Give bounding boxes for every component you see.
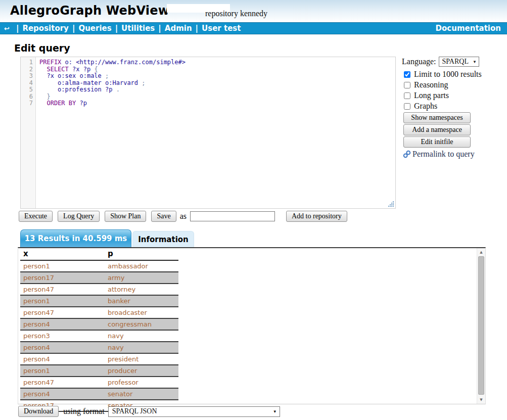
cell-x[interactable]: person47 [20, 377, 105, 388]
table-row: person1banker [20, 295, 178, 307]
cell-x[interactable]: person47 [20, 307, 105, 318]
cell-x[interactable]: person4 [20, 342, 105, 353]
format-select[interactable]: SPARQL JSON ▼ [108, 406, 280, 417]
link-chain-icon [403, 150, 411, 158]
cell-x[interactable]: person1 [20, 365, 105, 377]
results-table: x p person1ambassadorperson17armyperson4… [20, 248, 178, 412]
add-namespace-button[interactable]: Add a namespace [403, 124, 471, 135]
long-parts-label: Long parts [414, 91, 449, 100]
main-navbar: ↩ |Repository|Queries|Utilities|Admin|Us… [0, 22, 507, 34]
results-panel: x p person1ambassadorperson17armyperson4… [18, 247, 486, 404]
chevron-down-icon: ▼ [273, 409, 277, 414]
code-line: SELECT ?x ?p { [39, 66, 186, 73]
graphs-checkbox[interactable] [404, 103, 410, 110]
table-row: person47attorney [20, 284, 178, 295]
cell-p: senator [105, 388, 178, 400]
as-label: as [180, 212, 187, 221]
column-header-x: x [20, 248, 105, 260]
nav-item-repository[interactable]: Repository [22, 24, 69, 33]
query-actions-row: Execute Log Query Show Plan Save as Add … [19, 211, 347, 222]
table-row: person1producer [20, 365, 178, 377]
table-row: person17army [20, 272, 178, 284]
language-label: Language: [402, 57, 436, 66]
table-row: person4president [20, 353, 178, 365]
cell-x[interactable]: person47 [20, 284, 105, 295]
language-select-value: SPARQL [442, 58, 469, 66]
save-button[interactable]: Save [151, 211, 176, 222]
tab-results[interactable]: 13 Results in 40.599 ms [20, 229, 131, 247]
graphs-option: Graphs [404, 102, 503, 111]
add-to-repository-button[interactable]: Add to repository [286, 211, 347, 222]
long-parts-option: Long parts [404, 91, 503, 100]
cell-x[interactable]: person4 [20, 388, 105, 400]
cell-p: banker [105, 295, 178, 307]
nav-items: |Repository|Queries|Utilities|Admin|User… [13, 24, 241, 33]
nav-item-utilities[interactable]: Utilities [121, 24, 155, 33]
cell-x[interactable]: person17 [20, 272, 105, 284]
line-number-gutter: 1234567 [21, 57, 36, 208]
documentation-link[interactable]: Documentation [436, 24, 501, 33]
table-row: person4navy [20, 342, 178, 353]
limit-results-option: Limit to 1000 results [404, 70, 503, 79]
download-button[interactable]: Download [18, 406, 59, 417]
reasoning-checkbox[interactable] [404, 82, 410, 88]
limit-results-label: Limit to 1000 results [414, 70, 482, 79]
format-select-value: SPARQL JSON [112, 407, 157, 415]
show-plan-button[interactable]: Show Plan [105, 211, 146, 222]
allegrograph-webview-page: AllegroGraph WebView repository kennedy … [0, 0, 507, 420]
edit-initfile-button[interactable]: Edit initfile [403, 136, 471, 148]
table-row: person4congressman [20, 318, 178, 330]
cell-x[interactable]: person1 [20, 295, 105, 307]
nav-item-queries[interactable]: Queries [78, 24, 111, 33]
query-editor[interactable]: 1234567 PREFIX o: <http://www.franz.com/… [20, 57, 396, 209]
cell-p: congressman [105, 318, 178, 330]
scroll-up-icon[interactable]: ▲ [477, 249, 485, 256]
nav-item-admin[interactable]: Admin [165, 24, 192, 33]
code-line: o:alma-mater o:Harvard ; [39, 80, 186, 87]
page-title: Edit query [14, 42, 507, 54]
tab-information[interactable]: Information [132, 231, 194, 247]
language-select[interactable]: SPARQL ▼ [439, 57, 479, 67]
resize-grip-icon[interactable] [388, 201, 394, 207]
execute-button[interactable]: Execute [19, 211, 53, 222]
table-row: person47professor [20, 377, 178, 388]
nav-separator: | [115, 24, 118, 33]
cell-x[interactable]: person1 [20, 260, 105, 272]
permalink-link[interactable]: Permalink to query [403, 150, 503, 159]
nav-separator: | [72, 24, 75, 33]
back-icon[interactable]: ↩ [4, 25, 10, 32]
show-namespaces-button[interactable]: Show namespaces [403, 112, 471, 123]
code-line: PREFIX o: <http://www.franz.com/simple#> [39, 59, 186, 66]
cell-p: president [105, 353, 178, 365]
table-row: person1ambassador [20, 260, 178, 272]
log-query-button[interactable]: Log Query [58, 211, 100, 222]
reasoning-option: Reasoning [404, 80, 503, 89]
cell-x[interactable]: person3 [20, 330, 105, 342]
query-code[interactable]: PREFIX o: <http://www.franz.com/simple#>… [36, 57, 186, 208]
nav-separator: | [196, 24, 198, 33]
nav-item-user-test[interactable]: User test [202, 24, 241, 33]
app-title: AllegroGraph WebView [10, 4, 169, 18]
using-format-label: using format [63, 407, 104, 416]
cell-p: producer [105, 365, 178, 377]
cell-p: navy [105, 342, 178, 353]
cell-p: broadcaster [105, 307, 178, 318]
scrollbar-thumb[interactable] [478, 256, 484, 395]
column-header-p: p [105, 248, 178, 260]
reasoning-label: Reasoning [414, 80, 448, 89]
query-options-panel: Language: SPARQL ▼ Limit to 1000 results… [402, 57, 503, 159]
code-line: o:profession ?p . [39, 86, 186, 94]
cell-x[interactable]: person4 [20, 353, 105, 365]
results-scrollbar[interactable]: ▲ ▼ [477, 248, 485, 404]
table-header-row: x p [20, 248, 178, 260]
download-row: Download using format SPARQL JSON ▼ [18, 406, 280, 417]
cell-x[interactable]: person4 [20, 318, 105, 330]
save-name-input[interactable] [190, 211, 275, 221]
cell-p: army [105, 272, 178, 284]
long-parts-checkbox[interactable] [404, 92, 410, 99]
scroll-down-icon[interactable]: ▼ [477, 396, 485, 403]
permalink-label: Permalink to query [412, 150, 475, 159]
limit-results-checkbox[interactable] [404, 71, 410, 78]
nav-separator: | [16, 24, 19, 33]
repository-label: repository kennedy [205, 9, 267, 18]
